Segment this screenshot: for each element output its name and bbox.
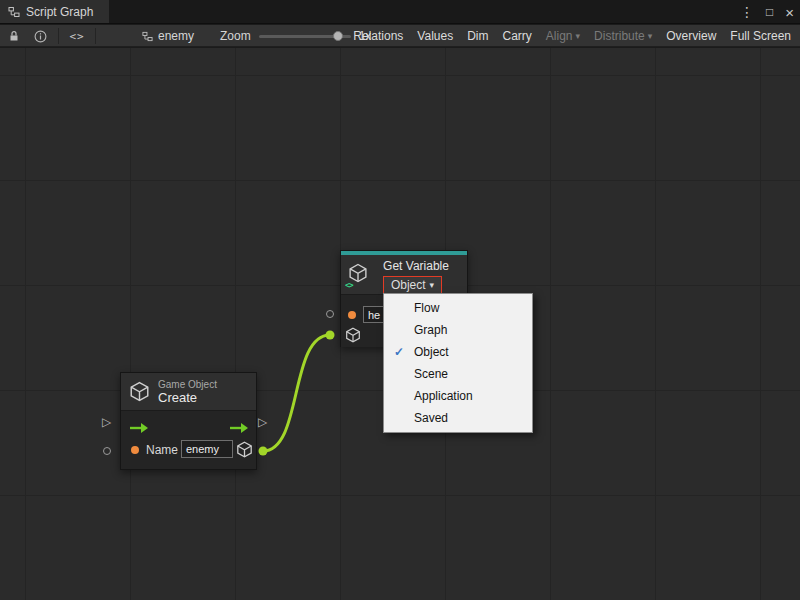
relations-button[interactable]: Relations (346, 25, 410, 47)
kebab-menu-icon[interactable]: ⋮ (740, 4, 754, 20)
scope-label: Object (391, 278, 426, 292)
zoom-label: Zoom (220, 29, 251, 43)
window-controls: ⋮ □ × (740, 0, 794, 24)
scope-dropdown-menu: Flow Graph ✓ Object Scene Application Sa… (383, 293, 533, 433)
flow-output-port[interactable]: ▷ (258, 416, 267, 428)
chevron-down-icon: ▾ (648, 31, 653, 41)
menu-item-application[interactable]: Application (384, 385, 532, 407)
close-icon[interactable]: × (785, 4, 794, 21)
menu-item-label: Object (414, 345, 449, 359)
fullscreen-button[interactable]: Full Screen (723, 25, 798, 47)
menu-item-label: Scene (414, 367, 448, 381)
variable-icon: <> (348, 263, 368, 283)
chevron-down-icon: ▾ (430, 280, 435, 290)
toolbar-left-group: <> (6, 25, 96, 47)
create-node-body: Name enemy (121, 411, 256, 469)
tab-title: Script Graph (26, 5, 93, 19)
menu-item-saved[interactable]: Saved (384, 407, 532, 429)
script-graph-icon (8, 6, 20, 18)
code-preview-icon[interactable]: <> (69, 26, 85, 46)
menu-item-label: Saved (414, 411, 448, 425)
create-node-header: Game Object Create (121, 373, 256, 411)
name-value-dot[interactable] (131, 446, 139, 454)
menu-item-scene[interactable]: Scene (384, 363, 532, 385)
graph-toolbar: <> enemy Zoom 1x Relations Values Di (0, 25, 800, 47)
wire-endpoint (326, 331, 335, 340)
flow-out-arrow-icon[interactable] (229, 422, 249, 434)
overview-button[interactable]: Overview (659, 25, 723, 47)
carry-button[interactable]: Carry (496, 25, 539, 47)
distribute-button[interactable]: Distribute ▾ (587, 25, 659, 47)
game-object-icon (129, 381, 150, 402)
graph-name-label: enemy (158, 29, 194, 43)
value-input-port[interactable] (103, 447, 111, 455)
values-button[interactable]: Values (410, 25, 460, 47)
node-category: Game Object (158, 379, 217, 391)
menu-item-label: Flow (414, 301, 439, 315)
info-icon[interactable] (32, 26, 48, 46)
name-port-label: Name (146, 443, 178, 457)
zoom-slider[interactable] (259, 35, 351, 38)
toolbar-divider (95, 28, 96, 44)
lock-icon[interactable] (6, 26, 22, 46)
graph-canvas[interactable]: ▷ ▷ Game Object Create (0, 48, 800, 600)
node-title: Create (158, 391, 217, 405)
graph-icon (142, 31, 153, 42)
flow-input-port[interactable]: ▷ (102, 416, 111, 428)
dim-button[interactable]: Dim (460, 25, 495, 47)
menu-item-label: Graph (414, 323, 447, 337)
chevron-down-icon: ▾ (576, 31, 581, 41)
node-title: Get Variable (367, 259, 465, 273)
tab-script-graph[interactable]: Script Graph (0, 0, 109, 23)
title-bar: Script Graph ⋮ □ × (0, 0, 800, 24)
align-button[interactable]: Align ▾ (539, 25, 587, 47)
wire-endpoint (259, 447, 268, 456)
game-object-output-port[interactable] (236, 441, 253, 458)
menu-item-object[interactable]: ✓ Object (384, 341, 532, 363)
menu-item-graph[interactable]: Graph (384, 319, 532, 341)
checkmark-icon: ✓ (384, 345, 414, 359)
menu-item-flow[interactable]: Flow (384, 297, 532, 319)
menu-item-label: Application (414, 389, 473, 403)
maximize-icon[interactable]: □ (766, 5, 773, 19)
graph-breadcrumb[interactable]: enemy (142, 25, 194, 47)
name-input-field[interactable]: enemy (181, 440, 233, 458)
flow-in-arrow-icon[interactable] (129, 422, 149, 434)
variable-scope-dropdown[interactable]: Object ▾ (383, 276, 442, 294)
create-node-titles: Game Object Create (158, 379, 217, 405)
name-input-port[interactable] (326, 310, 334, 318)
name-value-dot[interactable] (348, 311, 356, 319)
toolbar-buttons: Relations Values Dim Carry Align ▾ Distr… (346, 25, 798, 47)
script-graph-window: Script Graph ⋮ □ × < (0, 0, 800, 600)
node-game-object-create[interactable]: Game Object Create (120, 372, 257, 470)
distribute-label: Distribute (594, 29, 645, 43)
get-variable-header: <> Get Variable Object ▾ (341, 255, 467, 295)
toolbar-divider (58, 28, 59, 44)
zoom-slider-handle[interactable] (333, 31, 343, 41)
game-object-input-port[interactable] (345, 327, 361, 343)
align-label: Align (546, 29, 573, 43)
